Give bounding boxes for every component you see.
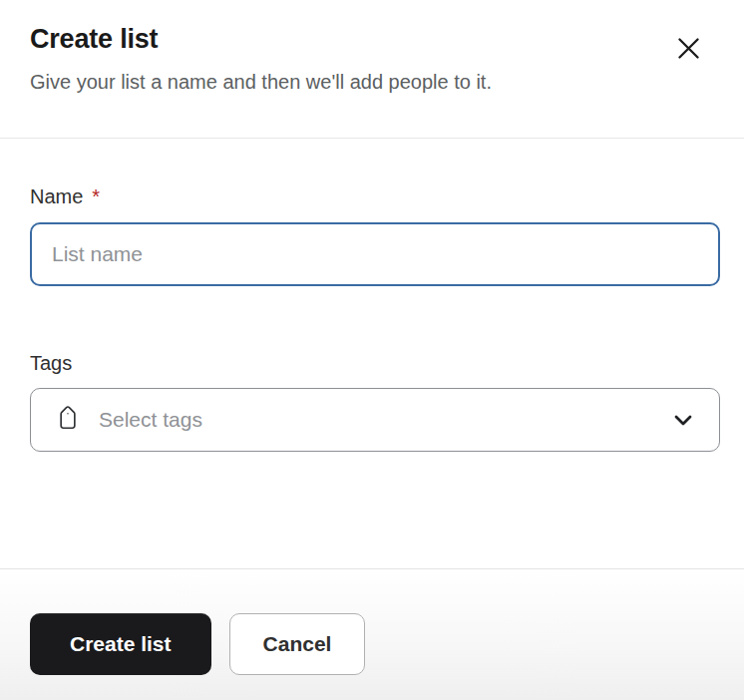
- name-label-row: Name *: [30, 184, 720, 209]
- cancel-button[interactable]: Cancel: [229, 613, 366, 675]
- name-label: Name: [30, 184, 83, 209]
- chevron-down-icon: [669, 406, 697, 434]
- modal-body: Name * Tags Select tags: [0, 139, 744, 568]
- modal-header: Create list Give your list a name and th…: [0, 0, 744, 139]
- name-field-group: Name *: [30, 184, 720, 286]
- tag-icon: [53, 405, 83, 435]
- page-title: Create list: [30, 22, 714, 56]
- modal-footer: Create list Cancel: [0, 568, 744, 700]
- tags-label: Tags: [30, 351, 72, 376]
- tags-select-placeholder: Select tags: [99, 408, 669, 432]
- required-asterisk: *: [92, 184, 100, 209]
- close-button[interactable]: [670, 30, 706, 66]
- tags-select[interactable]: Select tags: [30, 388, 720, 452]
- create-list-modal: Create list Give your list a name and th…: [0, 0, 744, 700]
- list-name-input[interactable]: [30, 222, 720, 286]
- modal-subtitle: Give your list a name and then we'll add…: [30, 68, 714, 96]
- create-list-button[interactable]: Create list: [30, 613, 211, 675]
- tags-label-row: Tags: [30, 351, 720, 376]
- close-icon: [673, 33, 704, 64]
- tags-field-group: Tags Select tags: [30, 351, 720, 452]
